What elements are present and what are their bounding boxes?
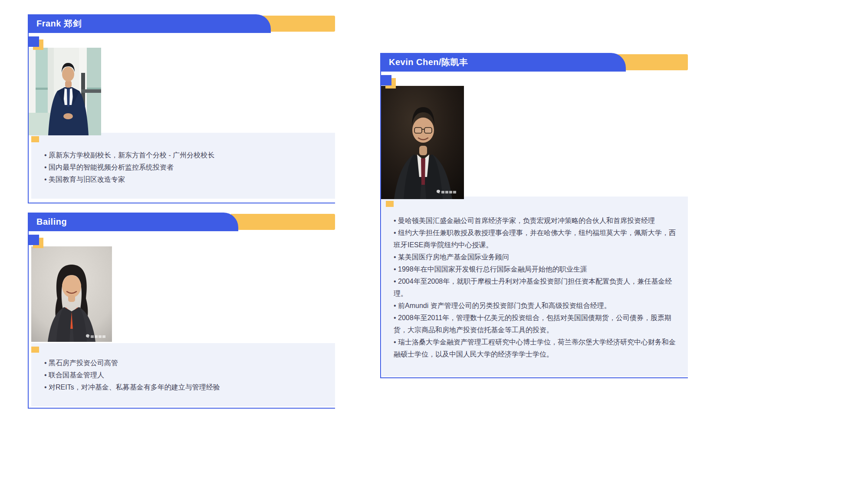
bio-bullet: 黑石房产投资公司高管 <box>44 357 325 369</box>
deco-blue-square <box>381 75 391 85</box>
profile-card-frank: Frank 郑剑 原新东方学校副校长，新东方首个分校 - 广州分校校长 国内最早… <box>28 14 335 203</box>
portrait-photo <box>29 48 101 135</box>
bio-bullet: 曼哈顿美国汇盛金融公司首席经济学家，负责宏观对冲策略的合伙人和首席投资经理 <box>394 215 677 227</box>
portrait-photo <box>381 86 464 199</box>
bio-bullet-list: 黑石房产投资公司高管 联合国基金管理人 对REITs，对冲基金、私募基金有多年的… <box>31 343 335 393</box>
panel-yellow-tag <box>31 347 39 353</box>
bio-bullet: 瑞士洛桑大学金融资产管理工程研究中心博士学位，荷兰蒂尔堡大学经济研究中心财务和金… <box>394 336 677 360</box>
bio-bullet: 原新东方学校副校长，新东方首个分校 - 广州分校校长 <box>44 149 325 161</box>
corner-deco-squares <box>29 235 44 249</box>
corner-deco-squares <box>29 36 44 50</box>
bio-bullet: 纽约大学担任兼职教授及教授理事会理事，并在哈佛大学，纽约福坦莫大学，佩斯大学，西… <box>394 227 677 251</box>
card-bottom-border <box>28 203 335 203</box>
bio-bullet: 1998年在中国国家开发银行总行国际金融局开始他的职业生涯 <box>394 263 677 275</box>
card-title: Frank 郑剑 <box>28 14 271 33</box>
bio-bullet: 前Amundi 资产管理公司的另类投资部门负责人和高级投资组合经理。 <box>394 300 677 312</box>
bio-bullet: 联合国基金管理人 <box>44 369 325 381</box>
header-blue-banner: Kevin Chen/陈凯丰 <box>380 53 626 72</box>
card-bottom-border <box>28 408 335 409</box>
bio-bullet: 2004年至2008年，就职于摩根士丹利对冲基金投资部门担任资本配置负责人，兼任… <box>394 275 677 300</box>
header-blue-banner: Bailing <box>28 213 238 231</box>
bio-bullet: 某美国医疗房地产基金国际业务顾问 <box>394 251 677 263</box>
deco-blue-square <box>29 235 39 245</box>
bio-bullet: 国内最早的智能视频分析监控系统投资者 <box>44 161 325 174</box>
bio-bullet: 美国教育与旧区改造专家 <box>44 174 325 186</box>
panel-yellow-tag <box>386 201 394 207</box>
header-blue-banner: Frank 郑剑 <box>28 14 271 33</box>
corner-deco-squares <box>381 75 397 89</box>
deco-blue-square <box>29 36 39 47</box>
portrait-bailing-illustration <box>31 246 112 342</box>
bio-bullet-list: 曼哈顿美国汇盛金融公司首席经济学家，负责宏观对冲策略的合伙人和首席投资经理 纽约… <box>382 197 688 360</box>
header-yellow-ribbon <box>231 214 335 230</box>
card-title: Bailing <box>28 213 238 231</box>
bio-panel: 曼哈顿美国汇盛金融公司首席经济学家，负责宏观对冲策略的合伙人和首席投资经理 纽约… <box>382 197 688 377</box>
card-header: Bailing <box>28 213 335 231</box>
page: Frank 郑剑 原新东方学校副校长，新东方首个分校 - 广州分校校长 国内最早… <box>0 0 868 488</box>
bio-bullet-list: 原新东方学校副校长，新东方首个分校 - 广州分校校长 国内最早的智能视频分析监控… <box>31 133 335 186</box>
bio-bullet: 对REITs，对冲基金、私募基金有多年的建立与管理经验 <box>44 381 325 393</box>
card-bottom-border <box>380 377 688 378</box>
card-header: Kevin Chen/陈凯丰 <box>380 53 688 72</box>
portrait-photo <box>31 246 112 342</box>
profile-card-bailing: Bailing 黑石房产投资公司高管 联合国基金管理人 对REITs，对冲基金、… <box>28 213 335 409</box>
profile-card-kevin: Kevin Chen/陈凯丰 曼哈顿美国汇盛金融公司首席经济学家，负责宏观对冲策… <box>380 53 688 378</box>
card-left-border <box>28 231 29 409</box>
bio-panel: 黑石房产投资公司高管 联合国基金管理人 对REITs，对冲基金、私募基金有多年的… <box>31 343 335 406</box>
bio-panel: 原新东方学校副校长，新东方首个分校 - 广州分校校长 国内最早的智能视频分析监控… <box>31 133 335 199</box>
portrait-kevin-illustration <box>381 86 464 199</box>
panel-yellow-tag <box>31 136 39 142</box>
bio-bullet: 2008年至2011年，管理数十亿美元的投资组合，包括对美国国债期货，公司债券，… <box>394 312 677 336</box>
card-header: Frank 郑剑 <box>28 14 335 33</box>
card-title: Kevin Chen/陈凯丰 <box>380 53 626 72</box>
portrait-frank-illustration <box>29 48 101 135</box>
